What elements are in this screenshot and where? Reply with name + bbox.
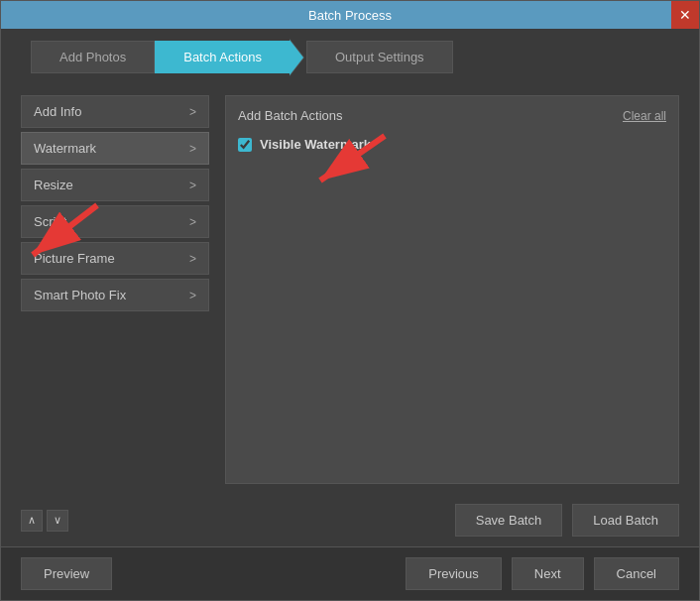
next-button[interactable]: Next (512, 557, 584, 590)
main-content: Add Info > Watermark > Resize > Script >… (1, 85, 699, 494)
dialog: Batch Process ✕ Add Photos Batch Actions… (0, 0, 700, 601)
footer-left: Preview (21, 557, 112, 590)
close-button[interactable]: ✕ (671, 1, 699, 29)
move-down-button[interactable]: ∨ (47, 510, 68, 532)
footer-right: Previous Next Cancel (406, 557, 679, 590)
preview-button[interactable]: Preview (21, 557, 112, 590)
action-resize[interactable]: Resize > (21, 169, 209, 201)
right-panel-header: Add Batch Actions Clear all (238, 108, 666, 123)
left-panel: Add Info > Watermark > Resize > Script >… (21, 95, 209, 484)
previous-button[interactable]: Previous (406, 557, 502, 590)
dialog-title: Batch Process (308, 8, 392, 23)
chevron-icon: > (189, 142, 196, 156)
title-bar: Batch Process ✕ (1, 1, 699, 29)
action-smart-photo-fix[interactable]: Smart Photo Fix > (21, 279, 209, 311)
chevron-icon: > (189, 105, 196, 119)
action-picture-frame[interactable]: Picture Frame > (21, 242, 209, 275)
move-up-button[interactable]: ∧ (21, 510, 43, 532)
batch-item-visible-watermark: Visible Watermark (238, 137, 666, 152)
chevron-icon: > (189, 289, 196, 302)
tab-bar: Add Photos Batch Actions Output Settings (1, 29, 699, 85)
clear-all-link[interactable]: Clear all (623, 109, 666, 123)
action-add-info[interactable]: Add Info > (21, 95, 209, 128)
tab-batch-actions[interactable]: Batch Actions (155, 41, 291, 73)
cancel-button[interactable]: Cancel (594, 557, 679, 590)
right-panel: Add Batch Actions Clear all Visible Wate… (225, 95, 679, 484)
load-batch-button[interactable]: Load Batch (572, 504, 679, 537)
chevron-icon: > (189, 179, 196, 192)
tab-output-settings[interactable]: Output Settings (306, 41, 453, 73)
visible-watermark-checkbox[interactable] (238, 138, 252, 152)
tab-add-photos[interactable]: Add Photos (31, 41, 155, 73)
save-batch-button[interactable]: Save Batch (455, 504, 563, 537)
action-script[interactable]: Script > (21, 205, 209, 238)
arrow-controls: ∧ ∨ (21, 510, 68, 532)
chevron-icon: > (189, 215, 196, 229)
add-batch-actions-label: Add Batch Actions (238, 108, 343, 123)
footer: Preview Previous Next Cancel (1, 546, 699, 600)
chevron-icon: > (189, 252, 196, 266)
action-watermark[interactable]: Watermark > (21, 132, 209, 165)
bottom-controls: ∧ ∨ Save Batch Load Batch (1, 494, 699, 546)
